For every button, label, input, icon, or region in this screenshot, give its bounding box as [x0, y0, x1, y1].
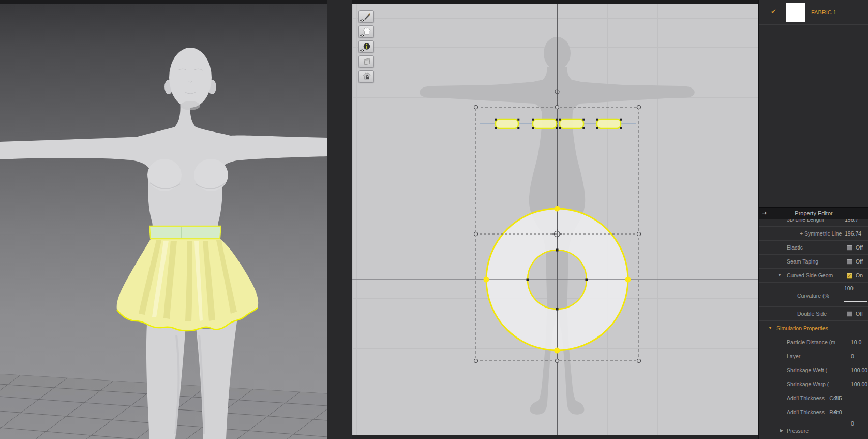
viewport-3d[interactable] [0, 4, 327, 439]
skirt-garment-3d[interactable] [117, 226, 259, 331]
waistband-strip-2 [533, 119, 557, 128]
bottom-window-edge [352, 435, 758, 439]
property-editor-title: Property Editor [759, 210, 868, 216]
property-label: Elastic [787, 244, 803, 251]
property-value[interactable]: 0 [851, 353, 854, 359]
waistband-strip-4 [597, 119, 621, 128]
fabric-name[interactable]: FABRIC 1 [811, 9, 836, 16]
property-value[interactable]: 0 [851, 420, 854, 427]
property-row-particle-distance-m: Particle Distance (m10.0 [759, 335, 868, 349]
property-row-shrinkage-warp: Shrinkage Warp (100.00 [759, 377, 868, 391]
property-value[interactable]: 100.00 [851, 381, 867, 387]
property-checkbox[interactable]: ✓ [847, 273, 852, 279]
property-value[interactable]: 196.7 [845, 220, 858, 223]
property-label: 3D Line Length [787, 220, 824, 223]
property-value[interactable]: 10.0 [851, 339, 861, 345]
shirt-lock-icon [363, 72, 371, 80]
property-label: Particle Distance (m [787, 339, 835, 345]
show-pen-toggle[interactable] [358, 10, 374, 23]
property-row-layer: Layer0 [759, 349, 868, 363]
property-editor-rows: 3D Line Length196.7+ Symmetric Line196.7… [759, 220, 868, 436]
property-row-double-side: Double SideOff [759, 307, 868, 321]
property-label: Layer [787, 353, 800, 359]
property-toggle-state: Off [856, 311, 863, 317]
pattern-window-2d[interactable] [352, 4, 758, 435]
property-row-shrinkage-weft: Shrinkage Weft (100.00 [759, 363, 868, 377]
property-checkbox[interactable] [847, 245, 852, 251]
scene-3d [0, 4, 327, 439]
pattern-piece-icon [363, 57, 371, 66]
waistband-3d [149, 226, 221, 239]
property-value[interactable]: 100.00 [851, 367, 867, 373]
property-row-symmetric-line: + Symmetric Line196.74 [759, 227, 868, 241]
property-label: Add'l Thickness - Ren [787, 409, 840, 415]
lock-pattern-toggle[interactable] [358, 70, 374, 83]
section-expander-icon[interactable]: ▼ [768, 326, 772, 330]
property-label: Seam Taping [787, 258, 818, 265]
show-arrangement-toggle[interactable] [358, 55, 374, 68]
fabric-swatch[interactable] [786, 3, 805, 22]
property-toggle-state: On [856, 272, 863, 279]
property-editor-header[interactable]: ➜ Property Editor [759, 207, 868, 220]
property-label: Double Side [797, 311, 827, 317]
property-row-3d-line-length: 3D Line Length196.7 [759, 220, 868, 227]
property-row-add-l-thickness-ren: Add'l Thickness - Ren0.0 [759, 405, 868, 419]
property-row-elastic: ElasticOff [759, 241, 868, 255]
top-window-edge [0, 0, 759, 4]
fabric-visible-check-icon[interactable]: ✔ [771, 8, 776, 16]
property-toggle-state: Off [856, 258, 863, 265]
property-value[interactable]: 2.5 [834, 395, 842, 401]
show-pattern-information-toggle[interactable] [358, 40, 374, 53]
right-sidebar: ✔ FABRIC 1 ➜ Property Editor 3D Line Len… [759, 0, 868, 439]
waistband-strip-1 [496, 119, 518, 128]
property-label: Curved Side Geom [787, 272, 833, 279]
show-pattern-toggle[interactable] [358, 25, 374, 38]
fabric-list-item[interactable]: ✔ FABRIC 1 [759, 0, 868, 25]
property-row-simulation-properties: ▼Simulation Properties [759, 321, 868, 335]
property-row-curvature: 100Curvature (% [759, 283, 868, 307]
row-expander-icon[interactable]: ▼ [777, 273, 782, 277]
property-label: Curvature (% [797, 292, 829, 299]
property-slider[interactable] [844, 301, 867, 302]
property-label: Shrinkage Weft ( [787, 367, 827, 373]
section-label[interactable]: Simulation Properties [776, 325, 828, 331]
property-toggle-state: Off [856, 244, 863, 251]
scene-2d [352, 4, 758, 435]
application-window: ✔ FABRIC 1 ➜ Property Editor 3D Line Len… [0, 0, 868, 439]
property-row-curved-side-geom: ▼Curved Side Geom✓On [759, 269, 868, 283]
property-checkbox[interactable] [847, 259, 852, 265]
property-row-add-l-thickness-colli: Add'l Thickness - Colli2.5 [759, 391, 868, 405]
property-value[interactable]: 196.74 [845, 230, 861, 237]
row-expander-icon[interactable]: ▶ [780, 428, 783, 433]
property-row-pressure: 0▶Pressure [759, 419, 868, 436]
waistband-strip-3 [560, 119, 583, 128]
property-label: Pressure [787, 428, 809, 434]
property-label: Add'l Thickness - Colli [787, 395, 840, 401]
property-value[interactable]: 0.0 [834, 409, 842, 415]
panel-splitter[interactable] [327, 0, 352, 439]
property-label: + Symmetric Line [800, 230, 842, 237]
property-row-seam-taping: Seam TapingOff [759, 255, 868, 269]
property-checkbox[interactable] [847, 311, 852, 317]
property-label: Shrinkage Warp ( [787, 381, 829, 387]
property-value[interactable]: 100 [844, 285, 854, 291]
